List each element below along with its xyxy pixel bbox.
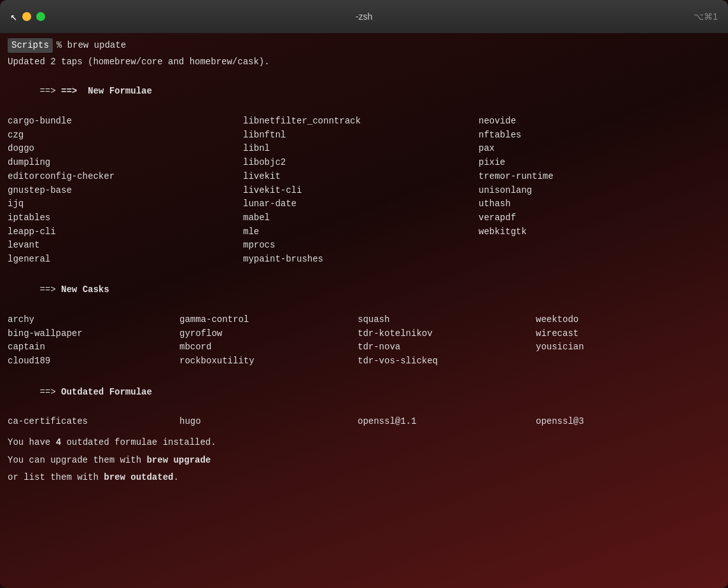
outdated-col1: ca-certificates (8, 415, 179, 429)
new-formulae-header: ==> ==> New Formulae (8, 69, 720, 115)
summary-section: You have 4 outdated formulae installed. … (8, 435, 720, 486)
window-controls (22, 12, 45, 21)
new-casks-col2: gamma-control gyroflow mbcord rockboxuti… (179, 313, 358, 368)
updated-taps-line: Updated 2 taps (homebrew/core and homebr… (8, 55, 720, 69)
new-formulae-col1: cargo-bundle czg doggo dumpling editorco… (8, 115, 243, 267)
new-formulae-col2: libnetfilter_conntrack libnftnl libnl li… (243, 115, 479, 267)
new-formulae-grid: cargo-bundle czg doggo dumpling editorco… (8, 115, 720, 267)
new-casks-grid: archy bing-wallpaper captain cloud189 ga… (8, 313, 720, 368)
cursor-icon: ↖ (10, 10, 17, 24)
outdated-col4: openssl@3 (536, 415, 720, 429)
new-formulae-col3: neovide nftables pax pixie tremor-runtim… (479, 115, 720, 267)
new-casks-header: ==> New Casks (8, 268, 720, 313)
outdated-formulae-grid: ca-certificates hugo openssl@1.1 openssl… (8, 415, 720, 429)
minimize-button[interactable] (22, 12, 31, 21)
window-title: -zsh (356, 11, 372, 22)
terminal-window: ↖ -zsh ⌥⌘1 Scripts % brew update Updated… (0, 0, 728, 588)
new-casks-col3: squash tdr-kotelnikov tdr-nova tdr-vos-s… (358, 313, 536, 368)
outdated-col3: openssl@1.1 (358, 415, 536, 429)
new-casks-col4: weektodo wirecast yousician (536, 313, 720, 368)
keyboard-shortcut: ⌥⌘1 (694, 11, 718, 22)
titlebar: ↖ -zsh ⌥⌘1 (0, 0, 728, 33)
prompt-path: Scripts (8, 38, 53, 53)
prompt-line: Scripts % brew update (8, 38, 720, 53)
summary-line-3: or list them with brew outdated. (8, 470, 720, 486)
summary-line-1: You have 4 outdated formulae installed. (8, 435, 720, 451)
outdated-col2: hugo (179, 415, 358, 429)
maximize-button[interactable] (36, 12, 45, 21)
new-casks-col1: archy bing-wallpaper captain cloud189 (8, 313, 179, 368)
outdated-formulae-header: ==> Outdated Formulae (8, 370, 720, 415)
summary-line-2: You can upgrade them with brew upgrade (8, 453, 720, 468)
terminal-output[interactable]: Scripts % brew update Updated 2 taps (ho… (0, 33, 728, 588)
prompt-command: % brew update (57, 39, 126, 52)
